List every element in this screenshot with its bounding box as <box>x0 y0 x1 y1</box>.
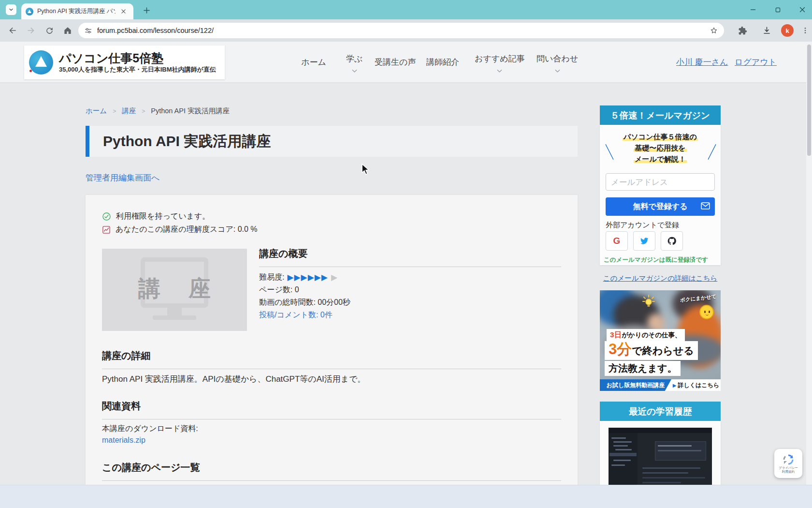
url-text[interactable]: forum.pc5bai.com/lesson/course/122/ <box>97 27 705 34</box>
downloads-button[interactable] <box>761 25 772 36</box>
github-icon <box>667 236 677 246</box>
google-icon: G <box>613 236 621 246</box>
page-title-band: Python API 実践活用講座 <box>86 126 578 157</box>
nav-label: 講師紹介 <box>426 57 459 68</box>
pitch-line: 基礎〜応用技を <box>634 144 686 152</box>
browser-menu-button[interactable] <box>799 25 811 36</box>
materials-label: 本講座のダウンロード資料: <box>102 424 198 434</box>
browser-tab-strip: Python API 実践活用講座 パソコ <box>0 0 812 19</box>
chevron-down-icon <box>352 66 357 71</box>
home-button[interactable] <box>62 25 73 36</box>
breadcrumb-separator: > <box>142 108 145 115</box>
logo-icon <box>29 50 53 75</box>
overview-rows: 難易度: ▶▶▶▶▶▶ ▶ ページ数: 0 動画の総時間数: 00分00秒 投稿… <box>259 271 350 321</box>
logo-title: パソコン仕事5倍塾 <box>59 51 216 65</box>
ad-banner[interactable]: ボクにまかせて 3日がかりのその仕事、 3分で終わらせる 方法教えます。 お試し… <box>600 290 721 391</box>
nav-label: ホーム <box>301 57 326 68</box>
logo-subtitle: 35,000人を指導した東大卒・元日本IBM社内講師が直伝 <box>59 65 216 74</box>
site-logo[interactable]: パソコン仕事5倍塾 35,000人を指導した東大卒・元日本IBM社内講師が直伝 <box>24 45 225 79</box>
comments-count-link[interactable]: 投稿/コメント数: 0件 <box>259 309 350 321</box>
nav-item-learn[interactable]: 学ぶ <box>346 42 362 82</box>
ad-more-link[interactable]: ▶ 詳しくはこちら <box>671 379 721 391</box>
nav-item-voices[interactable]: 受講生の声 <box>375 42 416 82</box>
subscribe-label: 無料で登録する <box>633 202 687 210</box>
tab-title: Python API 実践活用講座 パソコ <box>37 7 116 15</box>
user-name-link[interactable]: 小川 慶一さん <box>676 42 728 82</box>
github-login-button[interactable] <box>661 231 683 251</box>
lightbulb-icon <box>641 294 656 311</box>
taskbar: 5°C 晴れのちくもり PC <box>0 485 812 508</box>
nav-label: 受講生の声 <box>375 57 416 68</box>
recaptcha-badge[interactable]: プライバシー 利用規約 <box>774 449 802 478</box>
desktop: Python API 実践活用講座 パソコ forum.pc5bai.com <box>0 0 812 508</box>
back-button[interactable] <box>7 25 18 36</box>
external-account-label: 外部アカウントで登録 <box>606 221 679 230</box>
pitch-line: パソコン仕事５倍速の <box>623 133 698 141</box>
pitch-line: メールで解説！ <box>634 155 687 163</box>
browser-tab[interactable]: Python API 実践活用講座 パソコ <box>21 3 133 19</box>
puzzle-icon <box>738 26 747 35</box>
nav-label: 問い合わせ <box>536 53 578 64</box>
kebab-menu-icon <box>801 27 809 34</box>
already-registered-text: このメールマガジンは既に登録済です <box>604 256 719 264</box>
breadcrumb-courses-link[interactable]: 講座 <box>122 106 136 116</box>
scrollbar-thumb[interactable] <box>807 45 811 156</box>
mailmag-pitch-lines: パソコン仕事５倍速の 基礎〜応用技を メールで解説！ <box>600 131 721 164</box>
chevron-down-icon <box>497 66 502 71</box>
twitter-login-button[interactable] <box>633 231 655 251</box>
logout-link[interactable]: ログアウト <box>735 42 777 82</box>
history-header: 最近の学習履歴 <box>600 402 721 421</box>
materials-download-link[interactable]: materials.zip <box>102 436 145 445</box>
reload-button[interactable] <box>44 25 55 36</box>
window-close-button[interactable] <box>795 4 810 15</box>
details-heading: 講座の詳細 <box>102 349 561 369</box>
breadcrumb-separator: > <box>113 108 116 115</box>
home-icon <box>63 26 72 35</box>
ad-footer-bar: お試し版無料動画講座 ▶ 詳しくはこちら <box>600 379 721 391</box>
tab-close-icon[interactable] <box>119 8 127 15</box>
maximize-icon <box>775 7 781 13</box>
window-maximize-button[interactable] <box>770 4 785 15</box>
recaptcha-terms[interactable]: 利用規約 <box>782 470 795 473</box>
score-status: あなたのこの講座の理解度スコア: 0.0 % <box>102 224 258 235</box>
mouse-cursor <box>360 164 371 177</box>
window-minimize-button[interactable] <box>746 4 760 15</box>
close-icon <box>799 7 805 13</box>
video-duration: 動画の総時間数: 00分00秒 <box>259 296 350 309</box>
details-text: Python API 実践活用講座。APIの基礎から、ChatGPT等のAI活用… <box>102 374 366 385</box>
nav-label: おすすめ記事 <box>475 53 525 64</box>
back-arrow-icon <box>8 26 17 35</box>
ad-line-1: 3日がかりのその仕事、 <box>607 329 685 341</box>
recaptcha-privacy[interactable]: プライバシー <box>779 466 798 469</box>
score-text: あなたのこの講座の理解度スコア: 0.0 % <box>116 224 258 235</box>
extensions-button[interactable] <box>737 25 748 36</box>
nav-item-home[interactable]: ホーム <box>301 42 326 82</box>
thumbnail-placeholder-text: 講座 <box>102 274 247 304</box>
difficulty-empty-icon: ▶ <box>331 272 337 283</box>
download-icon <box>762 26 771 35</box>
site-favicon-icon <box>26 8 33 15</box>
difficulty-label: 難易度: <box>259 272 284 283</box>
subscribe-button[interactable]: 無料で登録する <box>606 197 715 216</box>
bookmark-star-icon[interactable] <box>710 26 718 35</box>
oauth-providers: G <box>606 231 683 251</box>
check-circle-icon <box>102 212 111 221</box>
nav-item-contact[interactable]: 問い合わせ <box>536 42 578 82</box>
play-arrow-icon: ▶ <box>673 383 677 388</box>
site-settings-icon[interactable] <box>84 27 92 35</box>
breadcrumb-home-link[interactable]: ホーム <box>86 106 107 116</box>
admin-edit-link[interactable]: 管理者用編集画面へ <box>86 172 160 183</box>
profile-avatar[interactable]: k <box>781 24 794 37</box>
google-login-button[interactable]: G <box>606 231 628 251</box>
permission-status: 利用権限を持っています。 <box>102 211 210 222</box>
new-tab-button[interactable] <box>141 5 152 15</box>
forward-button[interactable] <box>25 25 37 36</box>
nav-item-teachers[interactable]: 講師紹介 <box>426 42 459 82</box>
mailmag-detail-link[interactable]: このメールマガジンの詳細はこちら <box>600 274 721 283</box>
tab-list-button[interactable] <box>6 4 16 15</box>
twitter-icon <box>639 236 649 246</box>
email-field[interactable] <box>606 173 715 191</box>
address-bar[interactable]: forum.pc5bai.com/lesson/course/122/ <box>78 23 724 38</box>
nav-item-articles[interactable]: おすすめ記事 <box>475 42 525 82</box>
ad-badge: お試し版無料動画講座 <box>600 379 671 391</box>
